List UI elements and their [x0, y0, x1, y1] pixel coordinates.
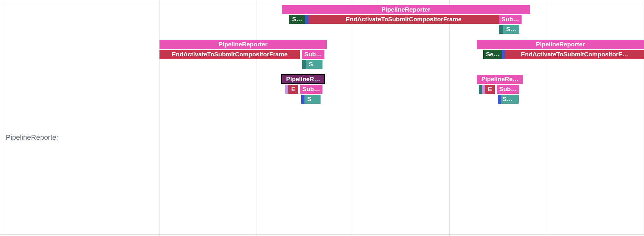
slice-s-top2[interactable]: S… [503, 25, 519, 34]
slice-blue-right[interactable] [502, 50, 505, 59]
slice-lav-a[interactable] [285, 85, 288, 94]
time-gridlines [0, 0, 644, 236]
slice-sub-a[interactable]: Sub… [300, 85, 322, 94]
slice-s-left[interactable]: S [306, 60, 316, 69]
slice-s-a[interactable]: S [304, 95, 314, 104]
bottom-rule [0, 234, 644, 235]
slice-e-a[interactable]: E [288, 85, 298, 94]
top-rule [0, 4, 644, 4]
slice-t-b[interactable] [513, 95, 519, 104]
slice-s-top[interactable]: S… [289, 15, 305, 24]
slice-sub-top[interactable]: Sub… [499, 15, 522, 24]
slice-sub-left[interactable]: Sub… [302, 50, 324, 59]
slice-lav-b0[interactable] [479, 85, 482, 94]
slice-eact-left[interactable]: EndActivateToSubmitCompositorFrame [159, 50, 300, 59]
slice-teal-left2[interactable] [316, 60, 322, 69]
slice-teal-left1[interactable] [302, 60, 306, 69]
slice-pr-right[interactable]: PipelineReporter [477, 40, 644, 49]
slice-eact-top[interactable]: EndActivateToSubmitCompositorFrame [308, 15, 499, 24]
slice-pr-mini[interactable]: PipelineRe… [477, 75, 523, 84]
slice-se-right[interactable]: Se… [483, 50, 502, 59]
slice-eact-right[interactable]: EndActivateToSubmitCompositorF… [505, 50, 644, 59]
slice-b-top[interactable] [305, 15, 308, 24]
slice-bl-a[interactable] [301, 95, 304, 104]
slice-lav-b[interactable] [482, 85, 485, 94]
slice-sub-b[interactable]: Sub… [497, 85, 519, 94]
slice-pr-top[interactable]: PipelineReporter [282, 5, 530, 14]
slice-e-b[interactable]: E [485, 85, 495, 94]
slice-s-b[interactable]: S… [501, 95, 513, 104]
slice-pr-sel[interactable]: PipelineR… [282, 75, 324, 84]
slice-bl-b[interactable] [498, 95, 501, 104]
trace-viewport: PipelineReporter PipelineReporterS…EndAc… [0, 0, 644, 236]
slice-tealbar-top[interactable] [499, 25, 503, 34]
slice-t-a[interactable] [314, 95, 321, 104]
track-label-pipeline-reporter: PipelineReporter [6, 133, 59, 142]
slice-pr-left[interactable]: PipelineReporter [159, 40, 327, 49]
